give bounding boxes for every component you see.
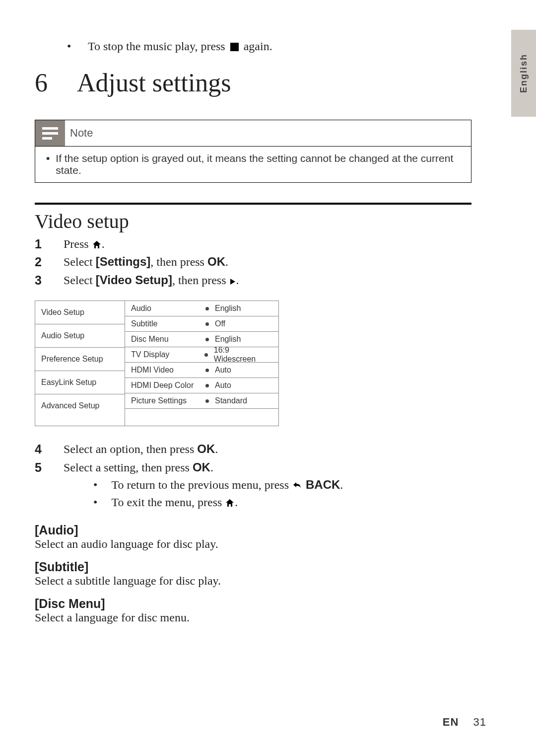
option-title: [Subtitle] <box>35 560 471 574</box>
bullet-icon: • <box>93 496 97 509</box>
menu-left-item: Audio Setup <box>35 324 125 348</box>
menu-left-item: Preference Setup <box>35 348 125 371</box>
sub-bullet: •To exit the menu, press . <box>93 494 471 510</box>
option-audio: [Audio] Select an audio language for dis… <box>35 523 471 551</box>
horizontal-rule <box>35 203 471 205</box>
option-title: [Audio] <box>35 523 471 537</box>
option-desc: Select an audio language for disc play. <box>35 537 471 551</box>
bullet-icon: • <box>67 40 71 53</box>
note-text: If the setup option is grayed out, it me… <box>56 152 467 176</box>
dot-icon <box>205 399 209 403</box>
footer-page-number: 31 <box>473 716 486 728</box>
note-body: • If the setup option is grayed out, it … <box>35 147 471 176</box>
menu-row: AudioEnglish <box>125 301 278 316</box>
menu-row: SubtitleOff <box>125 316 278 332</box>
dot-icon <box>204 353 208 357</box>
steps-list: Press . Select [Settings], then press OK… <box>35 236 471 288</box>
option-title: [Disc Menu] <box>35 597 471 611</box>
dot-icon <box>205 338 209 341</box>
option-disc-menu: [Disc Menu] Select a language for disc m… <box>35 597 471 624</box>
chapter-heading: 6Adjust settings <box>35 68 471 97</box>
note-title: Note <box>70 127 93 140</box>
dot-icon <box>205 307 209 310</box>
menu-row: Disc MenuEnglish <box>125 332 278 347</box>
bullet-icon: • <box>46 152 50 176</box>
option-desc: Select a language for disc menu. <box>35 611 471 624</box>
menu-left: Video Setup Audio Setup Preference Setup… <box>35 301 125 426</box>
footer-lang: EN <box>443 716 459 728</box>
menu-left-item: EasyLink Setup <box>35 371 125 394</box>
step-3: Select [Video Setup], then press . <box>35 272 471 288</box>
note-icon <box>35 120 65 146</box>
option-subtitle: [Subtitle] Select a subtitle language fo… <box>35 560 471 588</box>
home-icon <box>225 496 235 509</box>
dot-icon <box>205 322 209 326</box>
stop-icon <box>230 43 239 51</box>
note-header: Note <box>35 120 471 147</box>
step-5-sub-bullets: •To return to the previous menu, press B… <box>93 477 471 511</box>
section-heading: Video setup <box>35 210 471 233</box>
menu-row: HDMI Deep ColorAuto <box>125 378 278 393</box>
option-desc: Select a subtitle language for disc play… <box>35 574 471 588</box>
content: • To stop the music play, press again. 6… <box>35 40 501 624</box>
menu-row: TV Display16:9 Widescreen <box>125 347 278 363</box>
menu-right: AudioEnglish SubtitleOff Disc MenuEnglis… <box>125 301 278 426</box>
sub-bullet: •To return to the previous menu, press B… <box>93 477 471 493</box>
home-icon <box>92 237 102 250</box>
menu-row: HDMI VideoAuto <box>125 363 278 378</box>
step-2: Select [Settings], then press OK. <box>35 254 471 270</box>
dot-icon <box>205 369 209 372</box>
menu-left-item: Video Setup <box>35 301 125 324</box>
chapter-title: Adjust settings <box>77 69 231 97</box>
settings-menu: Video Setup Audio Setup Preference Setup… <box>35 301 279 426</box>
dot-icon <box>205 384 209 387</box>
step-5: Select a setting, then press OK. •To ret… <box>35 459 471 511</box>
menu-left-item: Advanced Setup <box>35 394 125 417</box>
menu-row-empty <box>125 409 278 426</box>
step-1: Press . <box>35 236 471 252</box>
play-icon <box>229 274 236 287</box>
intro-text-before: To stop the music play, press <box>88 40 225 53</box>
menu-row: Picture SettingsStandard <box>125 393 278 409</box>
language-tab: English <box>511 30 536 117</box>
page: English • To stop the music play, press … <box>0 0 536 756</box>
bullet-icon: • <box>93 478 97 491</box>
intro-text-after: again. <box>244 40 272 53</box>
page-footer: EN 31 <box>443 716 486 729</box>
chapter-number: 6 <box>35 68 77 97</box>
note-box: Note • If the setup option is grayed out… <box>35 120 471 183</box>
steps-list-continued: Select an option, then press OK. Select … <box>35 441 471 511</box>
language-tab-label: English <box>519 54 529 93</box>
step-4: Select an option, then press OK. <box>35 441 471 457</box>
intro-bullet: • To stop the music play, press again. <box>67 40 471 53</box>
back-icon <box>292 478 303 491</box>
